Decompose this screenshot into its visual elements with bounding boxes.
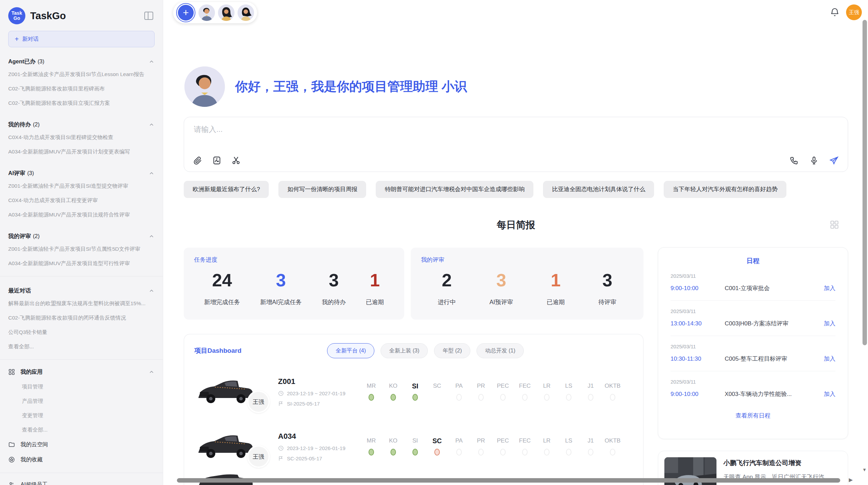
stat: 1 已逾期 [366, 270, 384, 306]
stat-value: 3 [260, 270, 302, 290]
milestone-label: FEC [514, 436, 536, 446]
milestone-track [360, 447, 382, 457]
project-image: 王强 [194, 375, 268, 409]
section-my-review-header[interactable]: 我的评审 (2) [8, 231, 155, 242]
dashboard-tab[interactable]: 全新平台 (4) [327, 343, 374, 358]
sidebar-item-ai-staff[interactable]: AI超级员工 [8, 477, 155, 485]
sidebar-item-my-apps[interactable]: 我的应用 [8, 364, 155, 380]
milestone: OKTB [602, 436, 624, 457]
recent-chat-item[interactable]: 解释最新出台的欧盟报废车法规再生塑料比例被调至15%... [8, 296, 155, 311]
milestone-label: KO [382, 436, 404, 446]
phone-call-icon[interactable] [789, 155, 799, 165]
milestone-dot [478, 394, 484, 401]
stat-value: 3 [598, 270, 616, 290]
event-date: 2025/03/11 [671, 308, 835, 314]
user-avatar[interactable]: 王强 [846, 4, 862, 20]
notifications-bell-icon[interactable] [830, 7, 840, 17]
chat-input-card [184, 117, 848, 172]
sidebar-task-item[interactable]: A034-全新新能源MUV产品开发项目法规符合性评审 [8, 208, 155, 222]
sidebar-task-item[interactable]: C02-飞腾新能源轻客改款项目里程碑画布 [8, 82, 155, 96]
suggestion-chip[interactable]: 特朗普可能对进口汽车增税会对中国车企造成哪些影响 [376, 181, 533, 198]
milestone-label: PA [448, 436, 470, 446]
milestone-dot [566, 394, 571, 401]
send-icon[interactable] [829, 155, 839, 165]
assistant-avatar-1[interactable] [198, 4, 215, 21]
milestone-label: LS [558, 381, 580, 391]
milestone-track [470, 392, 492, 402]
sidebar-task-item[interactable]: Z001-全新燃油轻卡产品开发项目SI造型提交物评审 [8, 179, 155, 193]
milestone-track [514, 447, 536, 457]
scroll-down-arrow-icon[interactable]: ▼ [862, 467, 867, 472]
app-item[interactable]: 项目管理 [8, 380, 155, 394]
app-item[interactable]: 产品管理 [8, 394, 155, 408]
main-area: + 王强 你好，王强，我是你的项目管理助理 小识 [163, 0, 868, 485]
vertical-scrollbar-thumb[interactable] [863, 20, 867, 345]
milestone-label: SC [426, 381, 448, 391]
section-ai-review-header[interactable]: AI评审 (3) [8, 168, 155, 179]
milestone-track [536, 392, 558, 402]
plus-icon: + [15, 36, 19, 42]
sidebar-task-item[interactable]: C0X4-动力总成开发项目SI里程碑提交物检查 [8, 130, 155, 145]
event-join-link[interactable]: 加入 [824, 355, 835, 363]
new-chat-button[interactable]: + 新对话 [8, 31, 155, 47]
horizontal-scrollbar-thumb[interactable] [177, 478, 840, 483]
app-logo: Task Go [8, 7, 25, 24]
suggestion-chip[interactable]: 如何写一份清晰的项目周报 [278, 181, 366, 198]
sidebar-collapse-icon[interactable] [143, 10, 155, 22]
suggestion-chip[interactable]: 当下年轻人对汽车外观有怎样的喜好趋势 [664, 181, 786, 198]
suggestion-chip[interactable]: 比亚迪全固态电池计划具体说了什么 [543, 181, 654, 198]
chat-input[interactable] [193, 125, 673, 134]
sidebar-item-cloud-space[interactable]: 我的云空间 [8, 437, 155, 452]
sidebar-item-favorites[interactable]: 我的收藏 [8, 452, 155, 467]
image-upload-icon[interactable] [212, 155, 222, 165]
milestone-label: OKTB [602, 381, 624, 391]
attachment-icon[interactable] [192, 155, 203, 165]
sidebar-task-item[interactable]: Z001-全新燃油轻卡产品开发项目SI节点属性5D文件评审 [8, 242, 155, 256]
scissors-icon[interactable] [231, 155, 241, 165]
sidebar-task-item[interactable]: C02-飞腾新能源轻客改款项目立项汇报方案 [8, 96, 155, 110]
scroll-right-arrow-icon[interactable]: ▶ [849, 477, 853, 483]
milestone: PA [448, 436, 470, 457]
project-dashboard-card: 项目Dashboard 全新平台 (4)全新上装 (3)年型 (2)动总开发 (… [184, 334, 643, 485]
my-review-stats: 2 进行中 3 AI预评审 1 已逾期 3 待评审 [421, 270, 633, 306]
section-recent-chats-header[interactable]: 最近对话 [8, 285, 155, 296]
view-all-schedule-link[interactable]: 查看所有日程 [671, 412, 835, 420]
assistant-avatar-3[interactable] [238, 4, 254, 21]
sidebar-header: Task Go TaskGo [8, 6, 155, 25]
apps-view-all[interactable]: 查看全部... [8, 423, 155, 437]
dashboard-tab[interactable]: 年型 (2) [434, 343, 470, 358]
sidebar-task-item[interactable]: C0X4-动力总成开发项目工程变更评审 [8, 193, 155, 208]
clock-icon [278, 390, 284, 396]
microphone-icon[interactable] [809, 155, 819, 165]
stat: 1 已逾期 [547, 270, 565, 306]
section-title: 最近对话 [8, 287, 31, 295]
suggestion-chip[interactable]: 欧洲新规最近颁布了什么? [184, 181, 269, 198]
dashboard-tab[interactable]: 动总开发 (1) [477, 343, 524, 358]
briefing-layout-icon[interactable] [830, 220, 839, 229]
sidebar-task-item[interactable]: A034-全新新能源MUV产品开发项目造型可行性评审 [8, 256, 155, 271]
recent-chat-item[interactable]: C02-飞腾新能源轻客改款项目的闭环通告反馈情况 [8, 311, 155, 325]
section-my-todo-header[interactable]: 我的待办 (2) [8, 119, 155, 130]
project-next-milestone: SC-2025-05-17 [278, 456, 360, 461]
section-agent-done-header[interactable]: Agent已办 (3) [8, 56, 155, 67]
sidebar-task-item[interactable]: Z001-全新燃油皮卡产品开发项目SI节点Lesson Learn报告 [8, 67, 155, 82]
section-title: 我的评审 [8, 233, 31, 240]
assistant-avatar-2[interactable] [218, 4, 234, 21]
event-join-link[interactable]: 加入 [824, 390, 835, 398]
milestone-track [426, 392, 448, 402]
recent-chats-view-all[interactable]: 查看全部... [8, 339, 155, 354]
recent-chat-item[interactable]: 公司Q3轻卡销量 [8, 325, 155, 339]
apps-grid-icon [8, 369, 15, 375]
event-join-link[interactable]: 加入 [824, 284, 835, 292]
add-assistant-button[interactable]: + [176, 3, 195, 22]
dashboard-tab[interactable]: 全新上装 (3) [381, 343, 428, 358]
milestone-track [492, 392, 514, 402]
milestone-label: KO [382, 381, 404, 391]
schedule-event: 2025/03/11 9:00-10:00 C001-立项审批会 加入 [671, 265, 835, 301]
sidebar-task-item[interactable]: A034-全新新能源MUV产品开发项目计划变更表编写 [8, 145, 155, 159]
event-join-link[interactable]: 加入 [824, 320, 835, 327]
project-row[interactable]: 王强 Z001 2023-12-19 ~ 2027-01-19 SI-2025-… [194, 364, 633, 419]
project-row[interactable]: 王强 A034 2023-12-19 ~ 2026-01-19 SC-2025-… [194, 419, 633, 474]
app-item[interactable]: 变更管理 [8, 408, 155, 423]
chevron-up-icon [148, 369, 155, 375]
